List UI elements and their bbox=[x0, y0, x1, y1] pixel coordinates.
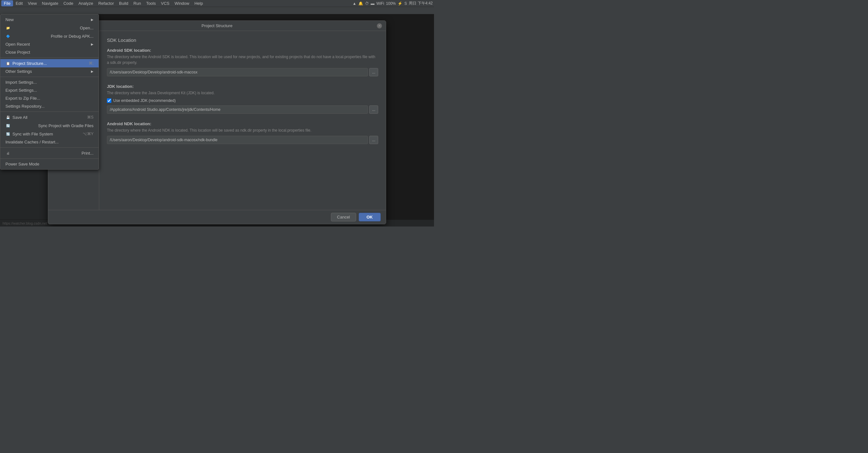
dialog-close-button[interactable]: ✕ bbox=[377, 23, 382, 28]
jdk-checkbox-row: Use embedded JDK (recommended) bbox=[107, 98, 378, 103]
menu-item-power-save[interactable]: Power Save Mode bbox=[0, 160, 99, 168]
system-tray: ▲ 🔔 ⏱ ▬ WiFi 100% ⚡ S 周日 下午4:42 bbox=[352, 1, 433, 6]
gradle-icon: 🔄 bbox=[5, 123, 10, 128]
ndk-browse-button[interactable]: ... bbox=[369, 136, 378, 144]
menu-tools[interactable]: Tools bbox=[144, 0, 158, 6]
file-menu-panel: New ▶ 📁 Open... 🔷 Profile or Debug APK..… bbox=[0, 14, 99, 170]
signal-icon: ▲ bbox=[352, 1, 356, 6]
project-icon: 📋 bbox=[5, 61, 10, 66]
android-sdk-label: Android SDK location: bbox=[107, 48, 378, 53]
menu-item-label: Save All bbox=[12, 115, 27, 120]
menu-analyze[interactable]: Analyze bbox=[76, 0, 96, 6]
dialog-title: Project Structure bbox=[202, 23, 232, 28]
datetime: 周日 下午4:42 bbox=[409, 1, 433, 6]
menu-item-label: Close Project bbox=[5, 50, 30, 55]
menu-item-print[interactable]: 🖨 Print... bbox=[0, 149, 99, 157]
jdk-input[interactable] bbox=[107, 106, 368, 114]
menu-separator-1 bbox=[0, 57, 99, 58]
menu-item-label: Other Settings bbox=[5, 69, 32, 74]
ok-button[interactable]: OK bbox=[359, 213, 381, 221]
android-sdk-input-row: ... bbox=[107, 68, 378, 76]
menu-item-export-zip[interactable]: Export to Zip File... bbox=[0, 94, 99, 102]
menu-vcs[interactable]: VCS bbox=[158, 0, 172, 6]
bell-icon: 🔔 bbox=[359, 1, 363, 6]
menu-item-label: Profile or Debug APK... bbox=[51, 34, 93, 39]
menu-separator-2 bbox=[0, 77, 99, 77]
skype-icon: S bbox=[404, 1, 407, 6]
menu-item-label: Settings Repository... bbox=[5, 104, 45, 109]
save-icon: 💾 bbox=[5, 115, 10, 120]
ndk-field-group: Android NDK location: The directory wher… bbox=[107, 121, 378, 144]
folder-icon: 📁 bbox=[5, 25, 10, 30]
jdk-field-group: JDK location: The directory where the Ja… bbox=[107, 84, 378, 114]
menu-refactor[interactable]: Refactor bbox=[96, 0, 117, 6]
ndk-desc: The directory where the Android NDK is l… bbox=[107, 128, 378, 133]
android-sdk-browse-button[interactable]: ... bbox=[369, 68, 378, 76]
menu-item-new[interactable]: New ▶ bbox=[0, 16, 99, 24]
battery-icon: ▬ bbox=[371, 1, 375, 6]
dialog-main-content: SDK Location Android SDK location: The d… bbox=[99, 31, 386, 210]
apk-icon: 🔷 bbox=[5, 33, 10, 39]
menu-separator-4 bbox=[0, 147, 99, 148]
menu-window[interactable]: Window bbox=[172, 0, 192, 6]
dialog-footer: Cancel OK bbox=[48, 210, 386, 224]
submenu-arrow: ▶ bbox=[91, 69, 93, 73]
menu-build[interactable]: Build bbox=[117, 0, 131, 6]
sync-icon: 🔃 bbox=[5, 131, 10, 136]
menu-item-sync-filesystem[interactable]: 🔃 Sync with File System ⌥⌘Y bbox=[0, 130, 99, 138]
menu-item-settings-repo[interactable]: Settings Repository... bbox=[0, 102, 99, 110]
menu-run[interactable]: Run bbox=[131, 0, 144, 6]
menu-view[interactable]: View bbox=[25, 0, 39, 6]
menu-file[interactable]: File bbox=[1, 0, 13, 6]
ndk-input[interactable] bbox=[107, 136, 368, 144]
jdk-desc: The directory where the Java Development… bbox=[107, 90, 378, 96]
menu-separator-5 bbox=[0, 159, 99, 159]
menu-item-label: Sync with File System bbox=[12, 132, 53, 136]
ndk-input-row: ... bbox=[107, 136, 378, 144]
cancel-button[interactable]: Cancel bbox=[331, 213, 356, 221]
battery-percent: 100% bbox=[386, 1, 396, 6]
jdk-input-row: ... bbox=[107, 106, 378, 114]
menu-item-import-settings[interactable]: Import Settings... bbox=[0, 78, 99, 86]
menu-item-export-settings[interactable]: Export Settings... bbox=[0, 86, 99, 94]
submenu-arrow: ▶ bbox=[91, 43, 93, 46]
menu-item-label: Invalidate Caches / Restart... bbox=[5, 140, 59, 144]
menu-help[interactable]: Help bbox=[192, 0, 206, 6]
jdk-label: JDK location: bbox=[107, 84, 378, 89]
jdk-checkbox-label: Use embedded JDK (recommended) bbox=[113, 98, 176, 103]
menu-item-label: Print... bbox=[82, 151, 93, 155]
menu-navigate[interactable]: Navigate bbox=[39, 0, 61, 6]
menu-item-open[interactable]: 📁 Open... bbox=[0, 24, 99, 32]
jdk-browse-button[interactable]: ... bbox=[369, 106, 378, 114]
menu-item-label: Export Settings... bbox=[5, 88, 37, 93]
menu-item-close-project[interactable]: Close Project bbox=[0, 48, 99, 56]
menubar: File Edit View Navigate Code Analyze Ref… bbox=[0, 0, 434, 7]
charge-icon: ⚡ bbox=[398, 1, 402, 6]
menu-item-other-settings[interactable]: Other Settings ▶ bbox=[0, 67, 99, 76]
section-title: SDK Location bbox=[107, 37, 378, 43]
menu-item-label: Power Save Mode bbox=[5, 162, 39, 166]
menu-item-save-all[interactable]: 💾 Save All ⌘S bbox=[0, 113, 99, 121]
main-area: values AndroidManifest.xml le s.txt rule… bbox=[0, 7, 434, 227]
android-sdk-desc: The directory where the Android SDK is l… bbox=[107, 54, 378, 65]
menu-item-profile-apk[interactable]: 🔷 Profile or Debug APK... bbox=[0, 32, 99, 40]
menu-item-project-structure[interactable]: 📋 Project Structure... ⌘; bbox=[0, 59, 99, 67]
menu-item-open-recent[interactable]: Open Recent ▶ bbox=[0, 40, 99, 48]
wifi-icon: WiFi bbox=[377, 1, 384, 6]
menu-item-label: Project Structure... bbox=[12, 61, 47, 66]
menu-item-label: Open Recent bbox=[5, 42, 30, 47]
menu-item-label: Open... bbox=[80, 26, 93, 30]
menu-item-label: Export to Zip File... bbox=[5, 96, 40, 101]
jdk-embedded-checkbox[interactable] bbox=[107, 98, 112, 103]
android-sdk-input[interactable] bbox=[107, 68, 368, 76]
ndk-label: Android NDK location: bbox=[107, 121, 378, 126]
shortcut-label: ⌘S bbox=[87, 115, 93, 119]
menu-item-label: Import Settings... bbox=[5, 80, 37, 85]
shortcut-label: ⌥⌘Y bbox=[83, 132, 93, 136]
menu-item-invalidate-caches[interactable]: Invalidate Caches / Restart... bbox=[0, 138, 99, 146]
print-icon: 🖨 bbox=[5, 150, 10, 155]
menu-code[interactable]: Code bbox=[61, 0, 76, 6]
menu-edit[interactable]: Edit bbox=[13, 0, 25, 6]
menu-item-label: Sync Project with Gradle Files bbox=[38, 123, 93, 128]
menu-item-sync-gradle[interactable]: 🔄 Sync Project with Gradle Files bbox=[0, 121, 99, 130]
